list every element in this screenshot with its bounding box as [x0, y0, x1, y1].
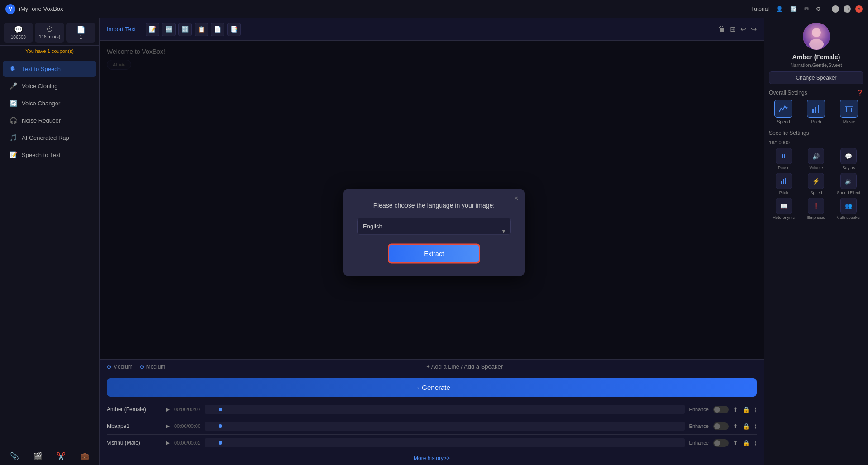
sync-icon[interactable]: 🔄 [790, 6, 797, 12]
rap-icon: 🎵 [9, 134, 17, 141]
briefcase-icon[interactable]: 💼 [80, 452, 89, 460]
sidebar-item-ai-rap[interactable]: 🎵 AI Generated Rap [3, 129, 96, 146]
speed-setting-label: Speed [777, 119, 790, 124]
spec-heteronyms[interactable]: 📖 Heteronyms [769, 198, 799, 220]
coupon-bar: You have 1 coupon(s) [0, 46, 99, 57]
upload-icon-3[interactable]: ⬆ [733, 440, 738, 446]
redo-icon[interactable]: ↪ [751, 25, 757, 33]
close-button[interactable]: ✕ [855, 5, 863, 13]
play-button-1[interactable]: ▶ [166, 406, 170, 413]
speed-icon [774, 100, 792, 118]
history-controls-3: Enhance ⬆ 🔒 ⟨ [689, 439, 757, 447]
add-line-button[interactable]: + Add a Line / Add a Speaker [172, 363, 757, 370]
sidebar-item-voice-changer[interactable]: 🔄 Voice Changer [3, 95, 96, 111]
time-value: 116 min(s) [37, 34, 62, 39]
spec-volume[interactable]: 🔊 Volume [801, 148, 831, 170]
sidebar-item-voice-cloning[interactable]: 🎤 Voice Cloning [3, 78, 96, 94]
svg-rect-8 [851, 108, 852, 112]
mail-icon[interactable]: ✉ [804, 6, 809, 12]
spec-say-as[interactable]: 💬 Say as [834, 148, 863, 170]
upload-icon-2[interactable]: ⬆ [733, 423, 738, 430]
expand-icon-1[interactable]: ⟨ [754, 406, 757, 413]
undo-icon[interactable]: ↩ [740, 25, 746, 33]
sidebar-nav: 🗣 Text to Speech 🎤 Voice Cloning 🔄 Voice… [0, 57, 99, 447]
help-icon: ❓ [857, 90, 863, 96]
specific-settings-title: Specific Settings [769, 130, 863, 136]
enhance-label-2: Enhance [689, 423, 709, 429]
play-button-3[interactable]: ▶ [166, 440, 170, 446]
editor-bottom: ⊙ Medium ⊙ Medium + Add a Line / Add a S… [100, 359, 764, 374]
user-icon[interactable]: 👤 [776, 6, 783, 12]
language-select[interactable]: English Chinese Spanish French German Ja… [357, 218, 511, 235]
say-as-icon: 💬 [840, 148, 857, 164]
char-counter: 18/10000 [769, 140, 863, 145]
svg-rect-11 [783, 179, 784, 184]
spec-sound-effect[interactable]: 🔉 Sound Effect [834, 173, 863, 195]
toolbar-icon-3[interactable]: 🔡 [178, 23, 192, 36]
trash-icon[interactable]: 🗑 [718, 25, 725, 33]
speaker-tags: Narration,Gentle,Sweet [769, 62, 863, 68]
speed-badge: ⊙ Medium [107, 364, 133, 370]
extract-button[interactable]: Extract [388, 244, 480, 264]
spec-speed[interactable]: ⚡ Speed [801, 173, 831, 195]
app-title: iMyFone VoxBox [19, 5, 63, 12]
scissors-icon[interactable]: ✂️ [57, 452, 66, 460]
grid-icon[interactable]: ⊞ [730, 25, 736, 33]
table-row: Mbappe1 ▶ 00:00/00:00 Enhance ⬆ 🔒 ⟨ [107, 418, 757, 435]
play-button-2[interactable]: ▶ [166, 423, 170, 429]
modal-close-button[interactable]: × [514, 195, 518, 203]
spec-pitch[interactable]: Pitch [769, 173, 799, 195]
sidebar-item-noise-reducer[interactable]: 🎧 Noise Reducer [3, 112, 96, 128]
spec-emphasis[interactable]: ❗ Emphasis [801, 198, 831, 220]
minimize-button[interactable]: ─ [832, 5, 839, 13]
settings-icon[interactable]: ⚙ [816, 6, 821, 12]
more-history-link[interactable]: More history>> [107, 451, 757, 465]
chars-icon: 💬 [5, 25, 31, 34]
toolbar: Import Text 📝 🔤 🔡 📋 📄 📑 🗑 ⊞ ↩ ↪ [100, 18, 764, 41]
enhance-toggle-2[interactable] [713, 422, 729, 430]
enhance-toggle-3[interactable] [713, 439, 729, 447]
multi-speaker-label: Multi-speaker [836, 215, 861, 220]
waveform-3 [205, 438, 684, 447]
spec-pause[interactable]: ⏸ Pause [769, 148, 799, 170]
right-panel: Amber (Female) Narration,Gentle,Sweet Ch… [764, 18, 868, 465]
lock-icon-3: 🔒 [743, 440, 750, 446]
app-logo: V [5, 4, 15, 14]
toolbar-icon-4[interactable]: 📋 [195, 23, 208, 36]
sidebar-item-text-to-speech[interactable]: 🗣 Text to Speech [3, 61, 96, 77]
window-controls: ─ □ ✕ [832, 5, 863, 13]
stat-time: ⏱ 116 min(s) [35, 23, 64, 43]
sidebar-item-speech-to-text[interactable]: 📝 Speech to Text [3, 147, 96, 163]
titlebar-left: V iMyFone VoxBox [5, 4, 63, 14]
generate-button[interactable]: → Generate [107, 378, 757, 397]
lock-icon-1: 🔒 [743, 406, 750, 413]
import-text-link[interactable]: Import Text [107, 26, 136, 33]
upload-icon-1[interactable]: ⬆ [733, 406, 738, 413]
files-icon: 📄 [68, 25, 94, 34]
setting-music[interactable]: Music [835, 100, 863, 124]
tutorial-button[interactable]: Tutorial [751, 6, 769, 12]
stat-files: 📄 1 [66, 23, 95, 43]
video-icon[interactable]: 🎬 [33, 452, 43, 460]
pause-label: Pause [778, 166, 790, 170]
toolbar-icon-2[interactable]: 🔤 [162, 23, 176, 36]
vch-icon: 🔄 [9, 100, 17, 107]
spec-multi-speaker[interactable]: 👥 Multi-speaker [834, 198, 863, 220]
speaker-avatar [803, 23, 830, 50]
maximize-button[interactable]: □ [844, 5, 851, 13]
setting-pitch[interactable]: Pitch [801, 100, 830, 124]
nr-icon: 🎧 [9, 117, 17, 124]
change-speaker-button[interactable]: Change Speaker [769, 71, 863, 84]
expand-icon-3[interactable]: ⟨ [754, 440, 757, 446]
attachment-icon[interactable]: 📎 [10, 452, 19, 460]
expand-icon-2[interactable]: ⟨ [754, 423, 757, 430]
enhance-toggle-1[interactable] [713, 406, 729, 413]
toolbar-icon-6[interactable]: 📑 [227, 23, 241, 36]
setting-speed[interactable]: Speed [769, 100, 798, 124]
chars-value: 106503 [5, 35, 31, 40]
time-icon: ⏱ [37, 25, 62, 33]
toolbar-icon-1[interactable]: 📝 [146, 23, 159, 36]
avatar-image [803, 23, 830, 50]
pitch-icon [807, 100, 825, 118]
toolbar-icon-5[interactable]: 📄 [211, 23, 224, 36]
